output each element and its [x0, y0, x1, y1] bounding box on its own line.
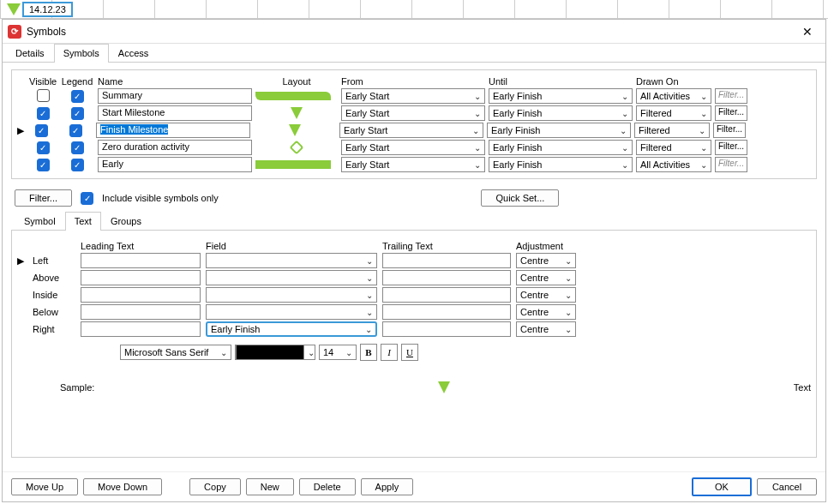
- col-from: From: [341, 76, 485, 87]
- drawn-select[interactable]: All Activities: [636, 88, 711, 104]
- window-title: Symbols: [27, 26, 795, 38]
- trailing-input[interactable]: [382, 304, 511, 320]
- field-select[interactable]: [206, 270, 377, 285]
- visible-checkbox[interactable]: [37, 89, 50, 102]
- font-size-select[interactable]: 14: [319, 345, 357, 360]
- tab-symbol[interactable]: Symbol: [15, 212, 65, 230]
- name-input[interactable]: Finish Milestone: [96, 123, 250, 138]
- tab-symbols[interactable]: Symbols: [54, 44, 109, 63]
- tab-access[interactable]: Access: [109, 44, 158, 62]
- font-name-select[interactable]: Microsoft Sans Serif: [120, 345, 231, 360]
- apply-button[interactable]: Apply: [361, 478, 414, 495]
- until-select[interactable]: Early Finish: [489, 140, 633, 155]
- move-down-button[interactable]: Move Down: [83, 478, 162, 495]
- adjustment-select[interactable]: Centre: [516, 270, 576, 285]
- name-input[interactable]: Early: [98, 157, 252, 172]
- until-select[interactable]: Early Finish: [487, 123, 631, 138]
- until-select[interactable]: Early Finish: [489, 105, 633, 121]
- adjustment-select[interactable]: Centre: [516, 304, 576, 320]
- field-select[interactable]: [206, 253, 377, 268]
- filter-button[interactable]: Filter...: [15, 189, 72, 207]
- trailing-input[interactable]: [382, 253, 511, 268]
- from-select[interactable]: Early Start: [341, 105, 485, 121]
- trailing-input[interactable]: [382, 270, 511, 285]
- name-input[interactable]: Start Milestone: [98, 105, 252, 121]
- until-select[interactable]: Early Finish: [489, 88, 633, 104]
- filter-cell[interactable]: Filter...: [713, 123, 746, 138]
- tab-groups[interactable]: Groups: [101, 212, 151, 230]
- legend-checkbox[interactable]: [71, 107, 84, 120]
- grid-row[interactable]: ▶ Finish Milestone Early Start Early Fin…: [17, 122, 811, 139]
- from-select[interactable]: Early Start: [339, 123, 483, 138]
- drawn-select[interactable]: Filtered: [636, 105, 711, 121]
- col-layout: Layout: [255, 76, 338, 87]
- legend-checkbox[interactable]: [71, 159, 84, 171]
- legend-checkbox[interactable]: [71, 141, 84, 154]
- copy-button[interactable]: Copy: [189, 478, 241, 495]
- italic-button[interactable]: I: [381, 344, 398, 361]
- delete-button[interactable]: Delete: [299, 478, 356, 495]
- until-select[interactable]: Early Finish: [489, 157, 633, 172]
- leading-input[interactable]: [81, 270, 201, 285]
- visible-checkbox[interactable]: [37, 107, 50, 120]
- visible-checkbox[interactable]: [37, 159, 50, 171]
- grid-row[interactable]: Zero duration activity Early Start Early…: [17, 139, 811, 156]
- name-input[interactable]: Zero duration activity: [98, 140, 252, 155]
- field-select[interactable]: [206, 304, 377, 320]
- include-visible-label: Include visible symbols only: [102, 193, 219, 203]
- col-name: Name: [98, 76, 252, 87]
- main-tabs: Details Symbols Access: [3, 44, 825, 63]
- visible-checkbox[interactable]: [35, 124, 48, 137]
- filter-cell[interactable]: Filter...: [715, 140, 747, 155]
- field-select[interactable]: Early Finish: [206, 321, 377, 337]
- hdr-adjustment: Adjustment: [516, 241, 576, 251]
- color-swatch: [236, 345, 304, 360]
- field-select[interactable]: [206, 287, 377, 303]
- drawn-select[interactable]: All Activities: [636, 157, 711, 172]
- font-color-select[interactable]: [235, 345, 315, 360]
- leading-input[interactable]: [81, 253, 201, 268]
- from-select[interactable]: Early Start: [341, 157, 485, 172]
- col-visible: Visible: [29, 76, 57, 87]
- tab-details[interactable]: Details: [6, 44, 54, 62]
- adjustment-select[interactable]: Centre: [516, 287, 576, 303]
- row-left-label: Left: [33, 255, 75, 266]
- include-visible-checkbox[interactable]: [81, 192, 93, 205]
- quick-set-button[interactable]: Quick Set...: [481, 189, 559, 207]
- name-input[interactable]: Summary: [98, 88, 252, 104]
- new-button[interactable]: New: [246, 478, 294, 495]
- from-select[interactable]: Early Start: [341, 140, 485, 155]
- filter-cell[interactable]: Filter...: [715, 105, 747, 121]
- move-up-button[interactable]: Move Up: [11, 478, 78, 495]
- col-until: Until: [489, 76, 633, 87]
- ok-button[interactable]: OK: [692, 477, 752, 496]
- adjustment-select[interactable]: Centre: [516, 321, 576, 337]
- cancel-button[interactable]: Cancel: [757, 478, 817, 495]
- leading-input[interactable]: [81, 304, 201, 320]
- hdr-field: Field: [206, 241, 377, 251]
- drawn-select[interactable]: Filtered: [636, 140, 711, 155]
- trailing-input[interactable]: [382, 287, 511, 303]
- from-select[interactable]: Early Start: [341, 88, 485, 104]
- row-right-label: Right: [33, 324, 75, 334]
- legend-checkbox[interactable]: [71, 90, 84, 103]
- bold-button[interactable]: B: [360, 344, 377, 361]
- underline-button[interactable]: U: [401, 344, 418, 361]
- visible-checkbox[interactable]: [37, 141, 50, 154]
- symbols-dialog: ⟳ Symbols ✕ Details Symbols Access Visib…: [2, 19, 826, 502]
- tab-text[interactable]: Text: [65, 212, 101, 231]
- grid-row[interactable]: Summary Early Start Early Finish All Act…: [17, 87, 811, 105]
- trailing-input[interactable]: [382, 321, 511, 337]
- grid-row[interactable]: Start Milestone Early Start Early Finish…: [17, 105, 811, 122]
- grid-row[interactable]: Early Early Start Early Finish All Activ…: [17, 156, 811, 173]
- drawn-select[interactable]: Filtered: [634, 123, 710, 138]
- adjustment-select[interactable]: Centre: [516, 253, 576, 268]
- row-indicator-icon: ▶: [17, 255, 24, 267]
- hdr-trailing: Trailing Text: [382, 241, 511, 251]
- close-button[interactable]: ✕: [795, 22, 820, 41]
- legend-checkbox[interactable]: [69, 124, 82, 137]
- leading-input[interactable]: [81, 287, 201, 303]
- date-field[interactable]: 14.12.23: [22, 2, 73, 17]
- leading-input[interactable]: [81, 321, 201, 337]
- app-icon: ⟳: [8, 25, 21, 39]
